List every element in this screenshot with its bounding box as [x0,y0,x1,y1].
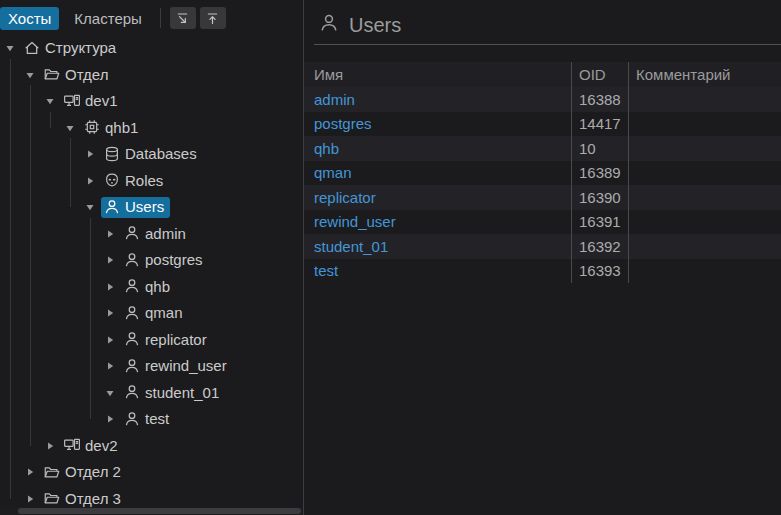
comment-value [628,136,781,161]
user-name-link[interactable]: student_01 [304,234,571,259]
home-icon [23,39,41,57]
chevron-down-icon[interactable] [25,70,41,80]
tree-item-label: qhb [145,278,170,295]
chevron-right-icon[interactable] [25,494,41,504]
tab-clusters[interactable]: Кластеры [66,7,150,30]
chevron-right-icon[interactable] [105,308,121,318]
column-header-oid[interactable]: OID [571,62,628,87]
tree-item-test[interactable]: test [0,406,303,433]
user-icon [123,277,141,295]
user-name-link[interactable]: admin [304,87,571,112]
tree-item-otdel-3[interactable]: Отдел 3 [0,486,303,513]
hosts-tree: СтруктураОтделdev1qhb1DatabasesRolesUser… [0,35,303,512]
chevron-right-icon[interactable] [25,467,41,477]
user-name-link[interactable]: rewind_user [304,210,571,235]
hosts-sidebar: ХостыКластеры СтруктураОтделdev1qhb1Data… [0,0,304,515]
tree-item-qhb[interactable]: qhb [0,274,303,301]
chevron-down-icon[interactable] [45,96,61,106]
tree-item-structura[interactable]: Структура [0,35,303,62]
expand-all-icon [175,11,190,26]
user-name-link[interactable]: qhb [304,136,571,161]
user-icon [123,410,141,428]
tree-item-qhb1[interactable]: qhb1 [0,115,303,142]
chevron-down-icon[interactable] [85,202,101,212]
tree-item-roles[interactable]: Roles [0,168,303,195]
chevron-down-icon[interactable] [5,43,21,53]
header-divider [314,44,781,45]
panel-header: Users [304,0,781,44]
user-name-link[interactable]: postgres [304,112,571,137]
chevron-down-icon[interactable] [65,123,81,133]
collapse-all-icon [205,11,220,26]
chevron-right-icon[interactable] [105,282,121,292]
oid-value: 16389 [571,161,628,186]
table-row-admin[interactable]: admin16388 [304,87,781,112]
column-header-comment[interactable]: Комментарий [628,62,781,87]
tree-item-qman[interactable]: qman [0,300,303,327]
user-icon [123,224,141,242]
chevron-right-icon[interactable] [105,229,121,239]
table-row-test[interactable]: test16393 [304,259,781,284]
chevron-down-icon[interactable] [105,388,121,398]
column-header-name[interactable]: Имя [304,62,571,87]
tree-item-postgres[interactable]: postgres [0,247,303,274]
user-icon [318,12,340,38]
tab-hosts[interactable]: Хосты [0,7,59,30]
table-row-qhb[interactable]: qhb10 [304,136,781,161]
mask-icon [103,171,121,189]
tree-item-label: Отдел 2 [65,463,121,480]
table-row-student_01[interactable]: student_0116392 [304,234,781,259]
tree-item-label: Отдел 3 [65,490,121,507]
table-row-qman[interactable]: qman16389 [304,161,781,186]
oid-value: 16393 [571,259,628,284]
chevron-right-icon[interactable] [105,255,121,265]
tree-item-label: admin [145,225,186,242]
chevron-right-icon[interactable] [85,176,101,186]
host-icon [63,92,81,110]
user-icon [123,304,141,322]
tree-item-label: Отдел [65,66,108,83]
chevron-right-icon[interactable] [105,361,121,371]
table-header-row: ИмяOIDКомментарий [304,62,781,87]
tree-item-databases[interactable]: Databases [0,141,303,168]
tree-item-dev1[interactable]: dev1 [0,88,303,115]
tree-item-label: rewind_user [145,357,227,374]
expand-all-button[interactable] [170,7,196,29]
user-name-link[interactable]: qman [304,161,571,186]
tree-item-label: qhb1 [105,119,138,136]
page-title: Users [349,14,401,37]
tree-item-label: qman [145,304,183,321]
comment-value [628,161,781,186]
oid-value: 14417 [571,112,628,137]
sidebar-tabs: ХостыКластеры [0,7,150,30]
tree-item-admin[interactable]: admin [0,221,303,248]
chevron-right-icon[interactable] [105,335,121,345]
tree-item-otdel[interactable]: Отдел [0,62,303,89]
tree-item-label: dev2 [85,437,118,454]
table-row-postgres[interactable]: postgres14417 [304,112,781,137]
tree-item-dev2[interactable]: dev2 [0,433,303,460]
tree-item-label: dev1 [85,92,118,109]
chevron-right-icon[interactable] [105,414,121,424]
comment-value [628,112,781,137]
tree-item-rewind_user[interactable]: rewind_user [0,353,303,380]
user-icon [123,383,141,401]
tree-item-label: Databases [125,145,197,162]
tree-item-users[interactable]: Users [0,194,303,221]
tree-item-replicator[interactable]: replicator [0,327,303,354]
tree-item-otdel-2[interactable]: Отдел 2 [0,459,303,486]
user-name-link[interactable]: test [304,259,571,284]
toolbar-divider [160,8,161,28]
chevron-right-icon[interactable] [45,441,61,451]
chevron-right-icon[interactable] [85,149,101,159]
table-row-rewind_user[interactable]: rewind_user16391 [304,210,781,235]
user-name-link[interactable]: replicator [304,185,571,210]
tree-item-student_01[interactable]: student_01 [0,380,303,407]
table-row-replicator[interactable]: replicator16390 [304,185,781,210]
tree-item-label: postgres [145,251,203,268]
database-icon [103,145,121,163]
comment-value [628,210,781,235]
chip-icon [83,118,101,136]
collapse-all-button[interactable] [200,7,226,29]
tree-item-label: Users [125,198,164,215]
